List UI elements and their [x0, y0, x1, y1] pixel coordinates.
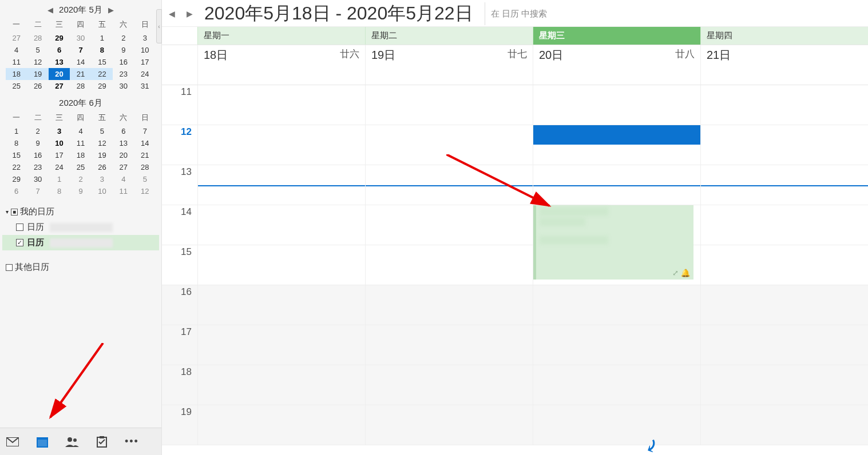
mini-cal-day[interactable]: 13 — [113, 137, 134, 149]
mini-cal-day[interactable]: 9 — [113, 44, 134, 56]
mini-cal-day[interactable]: 3 — [49, 125, 70, 137]
date-header[interactable]: 18日廿六 — [197, 45, 365, 85]
mini-cal-day[interactable]: 28 — [27, 32, 48, 44]
mini-cal-day[interactable]: 27 — [49, 80, 70, 92]
time-cell[interactable] — [197, 365, 365, 405]
mini-cal-day[interactable]: 5 — [27, 44, 48, 56]
mini-cal-day[interactable]: 6 — [6, 185, 27, 197]
mini-cal-day[interactable]: 14 — [134, 137, 156, 149]
mini-cal-day[interactable]: 20 — [49, 68, 70, 80]
time-cell[interactable] — [365, 125, 533, 165]
mini-cal-day[interactable]: 25 — [70, 161, 91, 173]
mini-cal-day[interactable]: 11 — [70, 137, 91, 149]
date-header[interactable]: 20日廿八 — [533, 45, 700, 85]
mini-cal-day[interactable]: 27 — [113, 161, 134, 173]
mini-cal-day[interactable]: 28 — [70, 80, 91, 92]
sidebar-collapse-handle[interactable]: ‹ — [156, 9, 162, 43]
time-cell[interactable] — [700, 205, 868, 245]
time-cell[interactable] — [700, 325, 868, 365]
time-cell[interactable] — [365, 205, 533, 245]
mini-cal-day[interactable]: 3 — [134, 32, 156, 44]
mini-cal-day[interactable]: 10 — [134, 44, 156, 56]
mini-cal-day[interactable]: 22 — [92, 68, 113, 80]
mini-cal-day[interactable]: 4 — [70, 125, 91, 137]
mini-cal-day[interactable]: 3 — [92, 173, 113, 185]
calendar-item[interactable]: ✓日历 — [2, 235, 159, 250]
mini-cal-day[interactable]: 6 — [49, 44, 70, 56]
mini-cal-day[interactable]: 22 — [6, 161, 27, 173]
time-cell[interactable] — [197, 285, 365, 325]
mini-cal-day[interactable]: 1 — [6, 125, 27, 137]
calendar-icon[interactable] — [35, 435, 49, 449]
hour-grid[interactable]: 11121314🔔⤢ 🔔1516171819 — [162, 85, 868, 455]
mini-cal-day[interactable]: 10 — [49, 137, 70, 149]
mini-cal-day[interactable]: 29 — [6, 173, 27, 185]
mini-cal-day[interactable]: 27 — [6, 32, 27, 44]
mini-cal-day[interactable]: 14 — [70, 56, 91, 68]
people-icon[interactable] — [65, 435, 79, 449]
mini-cal-day[interactable]: 24 — [134, 68, 156, 80]
time-cell[interactable] — [533, 165, 700, 205]
mini-cal-day[interactable]: 21 — [134, 149, 156, 161]
tasks-icon[interactable] — [95, 435, 109, 449]
mini-cal-day[interactable]: 8 — [92, 44, 113, 56]
time-cell[interactable] — [700, 85, 868, 125]
other-calendars-header[interactable]: 其他日历 — [2, 260, 159, 275]
more-icon[interactable]: ••• — [125, 436, 139, 448]
time-cell[interactable] — [197, 325, 365, 365]
mini-cal-day[interactable]: 28 — [134, 161, 156, 173]
mini-cal-day[interactable]: 7 — [70, 44, 91, 56]
day-header[interactable]: 星期三 — [533, 27, 700, 45]
mini-cal-day[interactable]: 9 — [70, 185, 91, 197]
time-cell[interactable] — [533, 365, 700, 405]
mini-cal-day[interactable]: 16 — [113, 56, 134, 68]
mini-cal-day[interactable]: 17 — [49, 149, 70, 161]
mail-icon[interactable] — [6, 435, 19, 449]
time-cell[interactable] — [365, 325, 533, 365]
time-cell[interactable] — [700, 405, 868, 445]
time-cell[interactable] — [533, 285, 700, 325]
mini-cal-day[interactable]: 17 — [134, 56, 156, 68]
time-cell[interactable] — [365, 365, 533, 405]
mini-cal-day[interactable]: 15 — [92, 56, 113, 68]
time-cell[interactable] — [700, 165, 868, 205]
time-cell[interactable] — [700, 365, 868, 405]
mini-cal-day[interactable]: 18 — [6, 68, 27, 80]
mini-cal-day[interactable]: 29 — [49, 32, 70, 44]
time-cell[interactable] — [700, 285, 868, 325]
mini-cal-day[interactable]: 30 — [70, 32, 91, 44]
mini-cal-day[interactable]: 26 — [92, 161, 113, 173]
time-cell[interactable] — [365, 85, 533, 125]
mini-cal-day[interactable]: 2 — [27, 125, 48, 137]
mini-cal-day[interactable]: 4 — [6, 44, 27, 56]
mini-cal-day[interactable]: 13 — [49, 56, 70, 68]
my-calendars-header[interactable]: ▾ ■ 我的日历 — [2, 204, 159, 219]
mini-cal-day[interactable]: 1 — [92, 32, 113, 44]
checkbox-icon[interactable] — [16, 223, 23, 231]
day-header[interactable]: 星期一 — [197, 27, 365, 45]
mini-cal-day[interactable]: 4 — [113, 173, 134, 185]
time-cell[interactable] — [533, 325, 700, 365]
time-cell[interactable] — [365, 245, 533, 285]
mini-cal-day[interactable]: 21 — [70, 68, 91, 80]
time-cell[interactable] — [533, 85, 700, 125]
mini-cal-day[interactable]: 2 — [113, 32, 134, 44]
time-cell[interactable] — [197, 245, 365, 285]
time-cell[interactable] — [197, 205, 365, 245]
mini-cal-day[interactable]: 12 — [27, 56, 48, 68]
mini-cal-day[interactable]: 2 — [70, 173, 91, 185]
mini-cal-day[interactable]: 10 — [92, 185, 113, 197]
mini-cal-day[interactable]: 12 — [92, 137, 113, 149]
time-cell[interactable] — [533, 405, 700, 445]
time-cell[interactable] — [197, 165, 365, 205]
time-cell[interactable]: 🔔⤢ 🔔 — [533, 205, 700, 245]
mini-cal-day[interactable]: 15 — [6, 149, 27, 161]
mini-cal-day[interactable]: 23 — [113, 68, 134, 80]
mini-cal-next[interactable]: ▶ — [106, 6, 116, 14]
mini-cal-day[interactable]: 9 — [27, 137, 48, 149]
mini-cal-day[interactable]: 20 — [113, 149, 134, 161]
mini-cal-day[interactable]: 16 — [27, 149, 48, 161]
mini-cal-day[interactable]: 6 — [113, 125, 134, 137]
date-header[interactable]: 21日 — [700, 45, 868, 85]
time-cell[interactable] — [197, 125, 365, 165]
